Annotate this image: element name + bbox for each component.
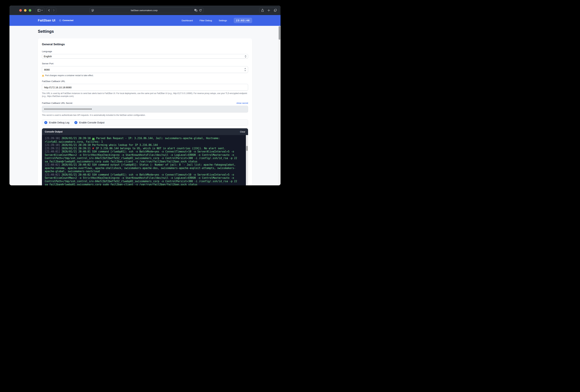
language-value: English	[44, 55, 52, 58]
checkbox-bar: ✓Enable Debug Log✓Enable Console Output	[42, 119, 248, 126]
warning-icon	[42, 75, 44, 77]
url-text: fail2ban.swissmakers.corp	[94, 9, 194, 12]
checkbox-checked-icon[interactable]: ✓	[44, 121, 47, 124]
app-navbar: Fail2ban UI Connected DashboardFilter De…	[9, 15, 281, 26]
chevron-down-icon	[41, 10, 43, 11]
console-title: Console Output	[45, 130, 63, 133]
sidebar-icon	[37, 9, 40, 12]
reload-icon[interactable]	[199, 9, 202, 12]
card-heading: General Settings	[42, 43, 248, 46]
status-label: Connected	[63, 19, 74, 22]
sidebar-toggle-button[interactable]	[36, 7, 44, 13]
zoom-window-button[interactable]	[29, 9, 31, 12]
callback-url-input[interactable]: http://172.16.10.18:8080	[42, 84, 248, 91]
console-log-line: [21:40:01] 2026/01/21 20:40:01 SSH comma…	[45, 150, 243, 163]
success-check-icon: ✓	[92, 138, 95, 140]
page-scrollbar[interactable]	[278, 26, 281, 185]
history-nav-group	[46, 7, 56, 13]
language-label: Language	[42, 50, 248, 53]
console-body[interactable]: [21:39:10] 2026/01/21 20:39:10 ✓ Parsed …	[42, 135, 248, 185]
callback-url-help: This URL is used by all Fail2Ban instanc…	[42, 92, 248, 98]
general-settings-card: General Settings Language English Server…	[38, 38, 252, 185]
checkbox-label: Enable Console Output	[79, 121, 104, 124]
browser-window: fail2ban.swissmakers.corp A 文	[9, 5, 281, 185]
console-scrollbar-thumb[interactable]	[246, 146, 248, 151]
console-panel: Console Output Clear [21:39:10] 2026/01/…	[42, 128, 248, 185]
app-brand: Fail2ban UI	[38, 18, 55, 22]
console-header: Console Output Clear	[42, 128, 248, 135]
callback-url-label: Fail2ban Callback URL	[42, 80, 248, 83]
reader-mode-icon[interactable]	[91, 9, 94, 12]
forward-button[interactable]	[52, 7, 56, 13]
page-title: Settings	[38, 29, 252, 34]
server-port-label: Server Port	[42, 62, 248, 65]
nav-link-filter-debug[interactable]: Filter Debug	[200, 19, 212, 22]
svg-text:文: 文	[196, 10, 197, 11]
console-lines: [21:39:10] 2026/01/21 20:39:10 ✓ Parsed …	[45, 137, 243, 185]
minimize-window-button[interactable]	[24, 9, 26, 12]
status-dot-icon	[59, 19, 61, 21]
nav-link-dashboard[interactable]: Dashboard	[182, 19, 193, 22]
language-select[interactable]: English	[42, 54, 248, 59]
server-port-input[interactable]: 8080	[42, 66, 248, 73]
select-stepper-icon	[245, 55, 246, 58]
clock-badge: 23:03:46	[234, 18, 252, 23]
page-scrollbar-thumb[interactable]	[279, 26, 280, 40]
number-stepper-icon[interactable]	[244, 68, 246, 71]
tab-overview-button[interactable]	[274, 9, 277, 12]
share-button[interactable]	[261, 9, 264, 12]
close-window-button[interactable]	[19, 9, 22, 12]
new-tab-button[interactable]	[268, 9, 270, 12]
checkbox-label: Enable Debug Log	[49, 121, 69, 124]
callback-url-value: http://172.16.10.18:8080	[44, 86, 72, 89]
secret-masked-value: ••••••••••••••••••••••••••••••••••••••••…	[44, 107, 92, 110]
traffic-lights	[19, 9, 31, 12]
nav-links: DashboardFilter DebugSettings	[182, 19, 227, 22]
console-log-line: [21:40:02] 2026/01/21 20:40:02 SSH comma…	[45, 173, 243, 185]
back-button[interactable]	[47, 7, 51, 13]
console-scrollbar[interactable]	[246, 135, 248, 185]
nav-link-settings[interactable]: Settings	[219, 19, 227, 22]
connection-status: Connected	[59, 19, 74, 22]
console-log-line: [21:39:10] 2026/01/21 20:39:10 Performin…	[45, 143, 243, 147]
checkbox-enable-debug-log[interactable]: ✓Enable Debug Log	[44, 121, 69, 124]
translate-icon[interactable]: A 文	[194, 9, 197, 12]
page-content: Settings General Settings Language Engli…	[9, 26, 281, 185]
checkbox-checked-icon[interactable]: ✓	[74, 121, 77, 124]
port-warning: Port changes require a container restart…	[42, 74, 248, 77]
secret-input: ••••••••••••••••••••••••••••••••••••••••…	[42, 106, 248, 112]
console-log-line: [21:39:11] 2026/01/21 20:39:11 ✘ IP 3.21…	[45, 147, 243, 150]
show-secret-link[interactable]: show secret	[236, 102, 248, 104]
browser-titlebar: fail2ban.swissmakers.corp A 文	[9, 5, 281, 15]
address-bar[interactable]: fail2ban.swissmakers.corp A 文	[90, 7, 204, 13]
console-clear-button[interactable]: Clear	[240, 130, 245, 133]
secret-help: This secret is used to authenticate ban …	[42, 114, 248, 117]
console-log-line: [21:39:10] 2026/01/21 20:39:10 ✓ Parsed …	[45, 137, 243, 143]
secret-label: Fail2ban Callback URL Secret	[42, 102, 72, 104]
error-cross-icon: ✘	[92, 147, 94, 150]
server-port-value: 8080	[44, 68, 50, 71]
toolbar-right-group	[259, 7, 279, 13]
checkbox-enable-console-output[interactable]: ✓Enable Console Output	[74, 121, 104, 124]
console-log-line: [21:40:02] 2026/01/21 20:40:02 SSH comma…	[45, 163, 243, 173]
